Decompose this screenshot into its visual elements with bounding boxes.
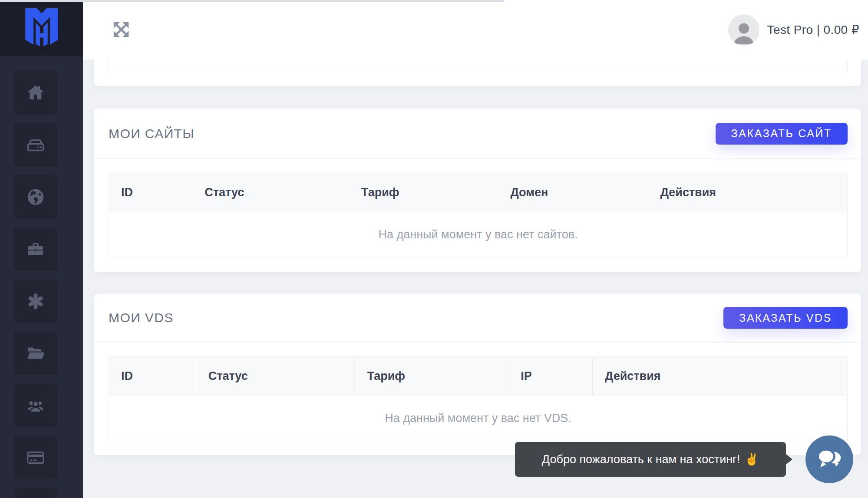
vds-col-id: ID (109, 357, 196, 396)
sidebar-item-addons[interactable] (13, 279, 57, 323)
my-vds-header: МОИ VDS ЗАКАЗАТЬ VDS (94, 294, 861, 343)
user-menu[interactable]: Test Pro | 0.00 ₽ (728, 0, 859, 59)
vds-col-actions: Действия (593, 357, 848, 396)
sidebar-item-files[interactable] (13, 331, 57, 375)
my-sites-title: МОИ САЙТЫ (109, 126, 195, 141)
chat-launcher-button[interactable] (805, 435, 853, 483)
mh-logo-icon (21, 6, 62, 50)
sites-table-header-row: ID Статус Тариф Домен Действия (109, 173, 848, 212)
sites-empty-row: На данный момент у вас нет сайтов. (109, 212, 848, 257)
sites-col-domain: Домен (498, 173, 648, 212)
chat-tooltip-text: Добро пожаловать к нам на хостинг! (542, 453, 740, 466)
sidebar-item-servers[interactable] (13, 123, 57, 167)
globe-icon (26, 188, 45, 207)
sidebar-item-billing[interactable] (13, 435, 57, 479)
my-sites-card: МОИ САЙТЫ ЗАКАЗАТЬ САЙТ ID Статус Тариф … (94, 109, 861, 272)
order-vds-button[interactable]: ЗАКАЗАТЬ VDS (723, 307, 848, 329)
vds-table-header-row: ID Статус Тариф IP Действия (109, 357, 848, 396)
sites-col-id: ID (109, 173, 192, 212)
credit-card-icon (26, 448, 45, 467)
avatar (728, 14, 759, 46)
my-sites-header: МОИ САЙТЫ ЗАКАЗАТЬ САЙТ (94, 109, 861, 159)
vds-empty-message: На данный момент у вас нет VDS. (109, 396, 848, 441)
asterisk-icon (26, 292, 45, 311)
my-vds-body: ID Статус Тариф IP Действия На данный мо… (94, 343, 861, 455)
sites-empty-message: На данный момент у вас нет сайтов. (109, 212, 848, 257)
my-vds-card: МОИ VDS ЗАКАЗАТЬ VDS ID Статус Тариф IP … (94, 294, 861, 455)
sidebar-item-more[interactable] (13, 488, 57, 498)
page: Test Pro | 0.00 ₽ МОИ САЙТЫ ЗАКАЗАТЬ САЙ… (0, 0, 868, 498)
sidebar-item-services[interactable] (13, 227, 57, 271)
fullscreen-toggle-button[interactable] (111, 20, 132, 40)
vds-col-ip: IP (508, 357, 593, 396)
expand-arrows-icon (111, 20, 131, 40)
my-sites-body: ID Статус Тариф Домен Действия На данный… (94, 159, 861, 271)
chat-bubbles-icon (814, 444, 845, 475)
logo[interactable] (0, 0, 83, 56)
vds-table: ID Статус Тариф IP Действия На данный мо… (109, 356, 848, 441)
sidebar (0, 0, 83, 498)
hdd-icon (26, 135, 45, 155)
sites-col-status: Статус (192, 173, 349, 212)
person-silhouette-icon (730, 18, 758, 46)
my-vds-title: МОИ VDS (109, 310, 174, 325)
sites-col-actions: Действия (648, 173, 847, 212)
chat-welcome-tooltip: Добро пожаловать к нам на хостинг! ✌️ (515, 442, 786, 477)
vds-empty-row: На данный момент у вас нет VDS. (109, 396, 848, 441)
vds-col-status: Статус (196, 357, 355, 396)
sites-table: ID Статус Тариф Домен Действия На данный… (109, 173, 848, 257)
sidebar-nav (0, 71, 83, 498)
sidebar-item-domains[interactable] (13, 175, 57, 219)
user-balance-label: Test Pro | 0.00 ₽ (767, 23, 859, 37)
briefcase-icon (26, 240, 45, 259)
topbar: Test Pro | 0.00 ₽ (83, 0, 868, 59)
sidebar-item-users[interactable] (13, 383, 57, 427)
victory-hand-emoji: ✌️ (744, 452, 759, 466)
users-icon (26, 396, 45, 415)
order-site-button[interactable]: ЗАКАЗАТЬ САЙТ (716, 123, 848, 145)
home-icon (26, 83, 45, 102)
top-divider-strip (0, 0, 504, 2)
sites-col-tariff: Тариф (349, 173, 498, 212)
folder-open-icon (26, 344, 45, 363)
sidebar-item-home[interactable] (13, 71, 57, 115)
vds-col-tariff: Тариф (355, 357, 508, 396)
